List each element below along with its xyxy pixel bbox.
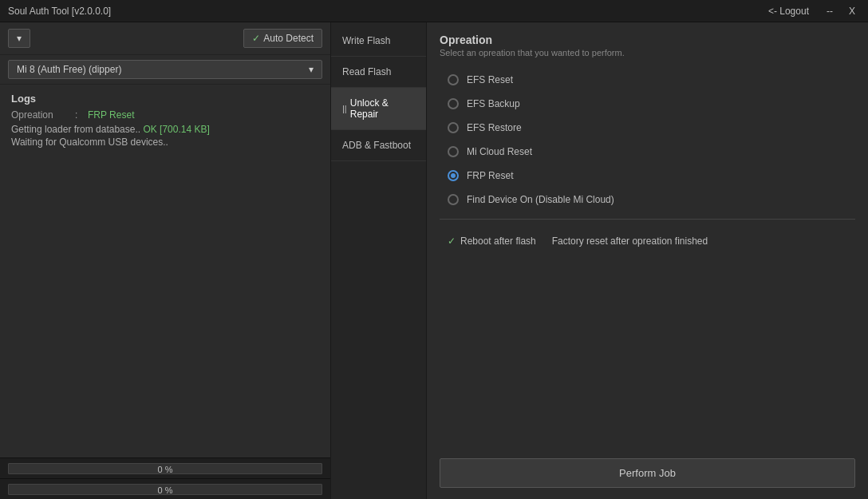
minimize-button[interactable]: -- (822, 4, 838, 18)
tab-unlock-repair-label: Unlock & Repair (350, 97, 415, 120)
checkboxes-row: ✓ Reboot after flash Factory reset after… (440, 229, 855, 253)
top-controls: ▾ ✓ Auto Detect (0, 22, 330, 55)
logs-colon: : (75, 109, 88, 121)
auto-detect-check: ✓ (252, 33, 260, 44)
logs-line1-prefix: Getting loader from database.. (11, 124, 143, 135)
progress-bar-2: 0 % (8, 484, 322, 495)
device-row: Mi 8 (Auth Free) (dipper) ▾ (0, 55, 330, 85)
tab-write-flash-label: Write Flash (342, 35, 390, 46)
tab-read-flash[interactable]: Read Flash (331, 57, 426, 88)
option-mi-cloud-reset[interactable]: Mi Cloud Reset (440, 141, 855, 163)
unlock-repair-icon: || (342, 104, 347, 113)
main-container: ▾ ✓ Auto Detect Mi 8 (Auth Free) (dipper… (0, 22, 868, 499)
radio-mi-cloud-reset (448, 146, 459, 157)
right-panel: Opreation Select an opreation that you w… (427, 22, 868, 499)
tab-adb-fastboot-label: ADB & Fastboot (342, 140, 411, 151)
label-mi-cloud-reset: Mi Cloud Reset (467, 146, 532, 157)
tab-adb-fastboot[interactable]: ADB & Fastboot (331, 130, 426, 161)
label-find-device-on: Find Device On (Disable Mi Cloud) (467, 194, 614, 205)
reboot-label: Reboot after flash (460, 236, 536, 247)
nav-tabs: Write Flash Read Flash || Unlock & Repai… (331, 22, 427, 499)
progress-section: 0 % 0 % (0, 457, 330, 499)
checkbox-reboot-after-flash[interactable]: ✓ Reboot after flash (448, 236, 536, 247)
option-efs-restore[interactable]: EFS Restore (440, 117, 855, 139)
left-panel: ▾ ✓ Auto Detect Mi 8 (Auth Free) (dipper… (0, 22, 331, 499)
logs-operation-value: FRP Reset (88, 109, 134, 121)
divider (440, 219, 855, 220)
device-select-arrow: ▾ (309, 64, 314, 75)
option-frp-reset[interactable]: FRP Reset (440, 164, 855, 187)
device-select-value: Mi 8 (Auth Free) (dipper) (17, 64, 121, 75)
operation-title: Opreation (440, 34, 855, 46)
logs-line1: Getting loader from database.. OK [700.1… (11, 124, 319, 135)
logs-line1-ok: OK [700.14 KB] (143, 124, 209, 135)
auto-detect-label: Auto Detect (263, 33, 314, 44)
app-title: Soul Auth Tool [v2.0.0.0] (8, 6, 111, 17)
radio-efs-restore (448, 122, 459, 133)
radio-efs-backup (448, 98, 459, 109)
progress-bar-2-container: 0 % (0, 478, 330, 499)
logs-operation-label: Opreation (11, 109, 75, 121)
operation-subtitle: Select an opreation that you wanted to p… (440, 48, 855, 57)
tab-read-flash-label: Read Flash (342, 66, 391, 77)
port-dropdown[interactable]: ▾ (8, 29, 30, 48)
radio-efs-reset (448, 74, 459, 85)
device-select[interactable]: Mi 8 (Auth Free) (dipper) ▾ (8, 60, 322, 79)
close-button[interactable]: X (844, 4, 860, 18)
progress-bar-1-container: 0 % (0, 457, 330, 478)
option-find-device-on[interactable]: Find Device On (Disable Mi Cloud) (440, 188, 855, 211)
progress-bar-1-label: 0 % (9, 464, 322, 474)
label-efs-backup: EFS Backup (467, 98, 520, 109)
port-dropdown-arrow: ▾ (17, 33, 22, 44)
title-bar: Soul Auth Tool [v2.0.0.0] <- Logout -- X (0, 0, 868, 22)
perform-job-button[interactable]: Perform Job (440, 458, 855, 488)
radio-find-device-on (448, 194, 459, 205)
label-frp-reset: FRP Reset (467, 170, 513, 181)
logout-button[interactable]: <- Logout (762, 4, 815, 18)
title-bar-controls: <- Logout -- X (762, 4, 860, 18)
tab-write-flash[interactable]: Write Flash (331, 26, 426, 57)
radio-frp-reset (448, 170, 459, 181)
checkbox-factory-reset[interactable]: Factory reset after opreation finished (552, 236, 708, 247)
logs-operation-row: Opreation : FRP Reset (11, 109, 319, 121)
option-efs-backup[interactable]: EFS Backup (440, 93, 855, 115)
label-efs-reset: EFS Reset (467, 74, 513, 85)
progress-bar-2-label: 0 % (9, 485, 322, 495)
logs-area: Logs Opreation : FRP Reset Getting loade… (0, 85, 330, 457)
logs-line2: Waiting for Qualcomm USB devices.. (11, 137, 319, 148)
factory-reset-label: Factory reset after opreation finished (552, 236, 708, 247)
logs-title: Logs (11, 93, 319, 105)
progress-bar-1: 0 % (8, 463, 322, 474)
reboot-checkmark: ✓ (448, 236, 456, 247)
label-efs-restore: EFS Restore (467, 122, 522, 133)
tab-unlock-repair[interactable]: || Unlock & Repair (331, 88, 426, 130)
auto-detect-button[interactable]: ✓ Auto Detect (243, 29, 322, 48)
option-efs-reset[interactable]: EFS Reset (440, 69, 855, 91)
